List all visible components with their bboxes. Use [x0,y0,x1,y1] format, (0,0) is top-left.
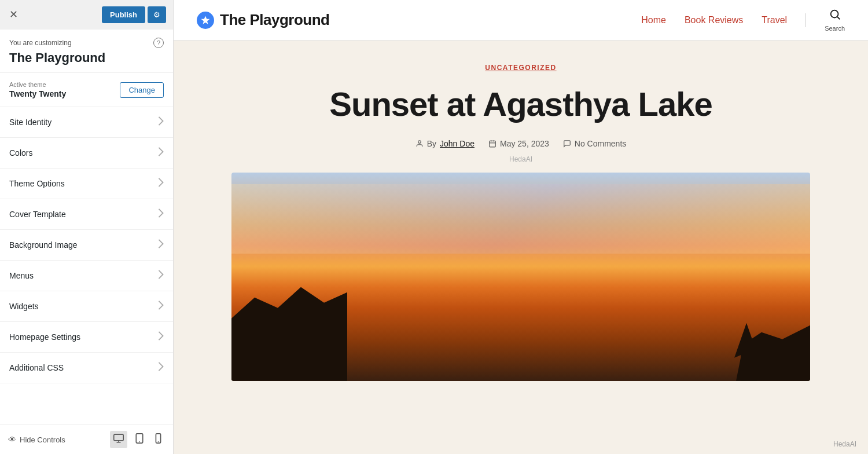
featured-image [231,173,810,381]
menu-item-site-identity[interactable]: Site Identity [0,107,173,138]
change-theme-button[interactable]: Change [120,82,164,98]
menu-item-cover-template[interactable]: Cover Template [0,199,173,230]
hide-controls-label: Hide Controls [20,435,65,444]
active-theme-info: Active theme Twenty Twenty [9,81,66,98]
mobile-icon [155,433,161,444]
comment-icon [563,140,571,148]
main-content: UNCATEGORIZED Sunset at Agasthya Lake By… [174,41,868,454]
menu-item-label-colors: Colors [9,148,32,158]
rock-left [231,277,347,381]
svg-point-6 [830,10,838,18]
tablet-icon [135,433,144,444]
logo-svg [200,15,211,25]
svg-marker-5 [201,16,210,24]
menu-item-label-widgets: Widgets [9,302,39,311]
svg-rect-0 [114,434,124,441]
search-area[interactable]: Search [825,8,845,32]
menu-item-homepage-settings[interactable]: Homepage Settings [0,322,173,353]
chevron-right-icon [158,362,164,374]
customizer-sidebar: ✕ Publish ⚙ You are customizing ? The Pl… [0,0,174,454]
chevron-right-icon [158,208,164,220]
customizing-label: You are customizing ? [9,38,164,48]
menu-item-label-cover-template: Cover Template [9,210,66,219]
search-icon [829,8,841,24]
chevron-right-icon [158,301,164,312]
menu-item-theme-options[interactable]: Theme Options [0,169,173,199]
nav-book-reviews[interactable]: Book Reviews [685,15,743,25]
article-container: UNCATEGORIZED Sunset at Agasthya Lake By… [203,41,839,381]
rock-right [741,312,810,381]
date-meta: May 25, 2023 [488,139,549,148]
chevron-right-icon [158,116,164,128]
customizing-text: You are customizing [9,39,72,47]
active-theme-section: Active theme Twenty Twenty Change [0,73,173,107]
tablet-view-button[interactable] [132,431,147,448]
chevron-right-icon [158,147,164,159]
nav-home[interactable]: Home [641,15,666,25]
site-name-display: The Playground [9,50,164,65]
chevron-right-icon [158,270,164,281]
sidebar-footer: 👁 Hide Controls [0,424,173,454]
menu-item-label-background-image: Background Image [9,240,78,250]
nav-divider [806,13,806,27]
device-buttons [110,431,165,448]
author-icon [415,140,424,148]
nav-travel[interactable]: Travel [762,15,787,25]
menu-item-additional-css[interactable]: Additional CSS [0,353,173,383]
chevron-right-icon [158,178,164,189]
comments-meta: No Comments [563,139,626,148]
hide-controls-button[interactable]: 👁 Hide Controls [8,435,65,444]
active-theme-name: Twenty Twenty [9,89,66,98]
article-title: Sunset at Agasthya Lake [214,86,827,123]
close-button[interactable]: ✕ [7,6,20,23]
site-title-text: The Playground [220,11,329,29]
customizing-section: You are customizing ? The Playground [0,30,173,73]
menu-item-widgets[interactable]: Widgets [0,291,173,322]
category-label[interactable]: UNCATEGORIZED [214,64,827,72]
chevron-right-icon [158,331,164,343]
watermark-text: HedaAI [214,155,827,163]
date-text: May 25, 2023 [500,139,549,148]
svg-point-2 [139,441,140,442]
cloud-layer [231,184,810,254]
sidebar-header: ✕ Publish ⚙ [0,0,173,30]
mobile-view-button[interactable] [152,431,165,448]
footer-watermark: HedaAI [833,440,856,448]
active-theme-label: Active theme [9,81,66,88]
menu-item-label-site-identity: Site Identity [9,118,52,127]
svg-rect-8 [490,141,496,147]
menu-item-label-theme-options: Theme Options [9,179,65,188]
article-meta: By John Doe May 25, 2023 [214,139,827,148]
preview-area: The Playground Home Book Reviews Travel … [174,0,868,454]
svg-point-7 [418,141,421,144]
desktop-icon [113,434,124,443]
image-canvas [231,173,810,381]
help-icon[interactable]: ? [153,38,164,48]
menu-item-label-homepage-settings: Homepage Settings [9,332,80,342]
menu-item-menus[interactable]: Menus [0,261,173,291]
by-label: By [427,139,436,148]
close-icon: ✕ [9,9,18,20]
site-header: The Playground Home Book Reviews Travel … [174,0,868,41]
author-link[interactable]: John Doe [440,139,475,148]
svg-point-4 [158,441,159,442]
menu-item-background-image[interactable]: Background Image [0,230,173,261]
menu-item-colors[interactable]: Colors [0,138,173,169]
publish-button[interactable]: Publish [102,6,145,23]
desktop-view-button[interactable] [110,431,127,448]
eye-icon: 👁 [8,435,16,444]
logo-icon [197,12,214,29]
publish-area: Publish ⚙ [102,6,166,23]
publish-settings-button[interactable]: ⚙ [148,6,166,23]
menu-item-label-menus: Menus [9,271,34,280]
author-meta: By John Doe [415,139,475,148]
customizer-menu-list: Site IdentityColorsTheme OptionsCover Te… [0,107,173,424]
site-navigation: Home Book Reviews Travel Search [641,8,845,32]
search-label: Search [825,25,845,32]
search-svg [829,8,841,21]
menu-item-label-additional-css: Additional CSS [9,363,64,372]
site-logo-area: The Playground [197,11,329,29]
comments-text: No Comments [575,139,626,148]
calendar-icon [488,140,496,148]
chevron-right-icon [158,239,164,251]
